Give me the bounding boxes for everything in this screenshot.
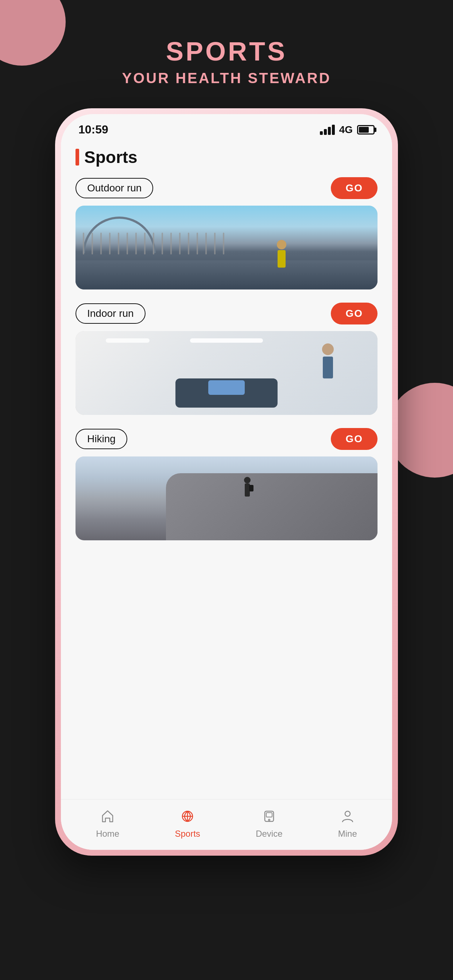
outdoor-run-go-button[interactable]: GO bbox=[331, 177, 378, 199]
ceiling-light-1 bbox=[190, 338, 263, 343]
signal-bar-1 bbox=[320, 131, 323, 135]
signal-bar-3 bbox=[328, 127, 331, 135]
outdoor-run-label[interactable]: Outdoor run bbox=[75, 178, 153, 198]
battery-icon bbox=[357, 125, 375, 135]
page-title-row: Sports bbox=[75, 147, 378, 167]
nav-item-home[interactable]: Home bbox=[96, 807, 119, 839]
app-subtitle: YOUR HEALTH STEWARD bbox=[122, 70, 331, 86]
treadmill bbox=[175, 379, 278, 407]
gym-runner-head bbox=[322, 344, 334, 355]
svg-point-5 bbox=[268, 819, 270, 821]
nav-item-mine[interactable]: Mine bbox=[338, 807, 357, 839]
svg-point-6 bbox=[345, 811, 350, 816]
svg-rect-4 bbox=[266, 813, 272, 817]
indoor-run-header: Indoor run GO bbox=[75, 302, 378, 325]
indoor-run-photo bbox=[75, 331, 378, 415]
nav-label-mine: Mine bbox=[338, 829, 357, 839]
battery-fill bbox=[359, 127, 369, 133]
indoor-run-go-button[interactable]: GO bbox=[331, 302, 378, 325]
hiker-figure bbox=[244, 477, 250, 496]
hiking-go-button[interactable]: GO bbox=[331, 428, 378, 450]
bridge-railing bbox=[75, 231, 378, 256]
home-icon bbox=[98, 807, 117, 826]
nav-label-device: Device bbox=[256, 829, 282, 839]
device-icon bbox=[260, 807, 279, 826]
hiking-section: Hiking GO bbox=[75, 428, 378, 540]
hiking-photo bbox=[75, 457, 378, 540]
network-label: 4G bbox=[339, 124, 353, 135]
gym-runner-body bbox=[323, 356, 333, 379]
signal-bar-4 bbox=[332, 125, 335, 135]
indoor-run-label[interactable]: Indoor run bbox=[75, 303, 145, 324]
hiking-header: Hiking GO bbox=[75, 428, 378, 450]
hiking-label[interactable]: Hiking bbox=[75, 429, 127, 449]
nav-label-sports: Sports bbox=[175, 829, 200, 839]
indoor-run-section: Indoor run GO bbox=[75, 302, 378, 415]
runner-body bbox=[278, 250, 286, 267]
app-title: SPORTS bbox=[122, 37, 331, 66]
nav-item-sports[interactable]: Sports bbox=[175, 807, 200, 839]
signal-bar-2 bbox=[324, 129, 327, 135]
hiker-backpack bbox=[249, 485, 254, 492]
outdoor-run-image[interactable] bbox=[75, 205, 378, 290]
indoor-run-image[interactable] bbox=[75, 331, 378, 415]
outdoor-run-section: Outdoor run GO bbox=[75, 177, 378, 290]
page-title: Sports bbox=[84, 147, 137, 167]
status-icons: 4G bbox=[320, 124, 375, 135]
runner-head bbox=[277, 240, 286, 250]
title-accent-bar bbox=[75, 149, 79, 165]
phone-outer-frame: 10:59 4G bbox=[55, 108, 398, 856]
header-section: SPORTS YOUR HEALTH STEWARD bbox=[122, 37, 331, 86]
deco-circle-top-left bbox=[0, 0, 65, 65]
status-bar: 10:59 4G bbox=[61, 114, 392, 140]
gym-runner-figure bbox=[322, 344, 334, 379]
bottom-nav: Home Sports bbox=[61, 799, 392, 850]
status-time: 10:59 bbox=[78, 123, 108, 136]
nav-label-home: Home bbox=[96, 829, 119, 839]
hiker-body bbox=[245, 484, 250, 496]
road-surface bbox=[75, 260, 378, 290]
nav-item-device[interactable]: Device bbox=[256, 807, 282, 839]
hiker-head bbox=[244, 477, 250, 484]
sports-icon bbox=[178, 807, 197, 826]
phone-mockup: 10:59 4G bbox=[55, 108, 398, 856]
runner-figure bbox=[277, 240, 286, 267]
hiking-image[interactable] bbox=[75, 457, 378, 540]
ceiling-light-2 bbox=[106, 338, 150, 343]
app-content: Sports Outdoor run GO bbox=[61, 140, 392, 799]
outdoor-run-photo bbox=[75, 205, 378, 290]
signal-bars-icon bbox=[320, 125, 335, 135]
treadmill-screen bbox=[208, 380, 245, 395]
cliff-shape bbox=[166, 473, 378, 540]
mine-icon bbox=[338, 807, 357, 826]
phone-screen: 10:59 4G bbox=[61, 114, 392, 850]
outdoor-run-header: Outdoor run GO bbox=[75, 177, 378, 199]
